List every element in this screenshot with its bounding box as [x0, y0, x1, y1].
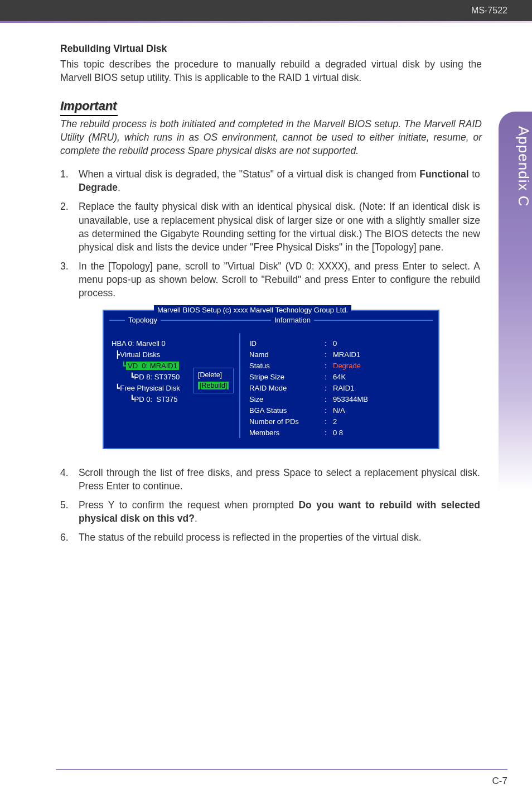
side-tab: Appendix C [499, 112, 532, 491]
step-num: 4. [60, 466, 76, 479]
info-key: Size [249, 394, 325, 405]
section-title: Rebuilding Virtual Disk [60, 42, 482, 55]
header-bar: MS-7522 [0, 0, 532, 21]
bios-title: Marvell BIOS Setup (c) xxxx Marvell Tech… [154, 305, 351, 315]
info-val: 0 8 [333, 428, 438, 438]
information-pane: ID:0 Namd:MRAID1 Status:Degrade Stripe S… [240, 333, 438, 437]
tree-hba: HBA 0: Marvell 0 [112, 339, 239, 349]
bios-screenshot: Marvell BIOS Setup (c) xxxx Marvell Tech… [103, 310, 439, 449]
info-key: ID [249, 339, 325, 349]
info-key: Stripe Size [249, 372, 325, 382]
info-key: Status [249, 361, 325, 371]
step-body: Scroll through the list of free disks, a… [79, 466, 480, 493]
important-text: The rebuild process is both initiated an… [60, 117, 482, 157]
step-5: 5. Press Y to confirm the request when p… [60, 498, 482, 525]
step-body: The status of the rebuild process is ref… [79, 531, 480, 544]
info-table: ID:0 Namd:MRAID1 Status:Degrade Stripe S… [249, 339, 438, 437]
menu-rebuild[interactable]: [Rebuild] [198, 381, 229, 391]
info-key: Namd [249, 350, 325, 360]
info-val: N/A [333, 406, 438, 416]
info-val: 953344MB [333, 394, 438, 405]
info-val: MRAID1 [333, 350, 438, 360]
step-body: Press Y to confirm the request when prom… [79, 498, 480, 525]
info-key: Members [249, 428, 325, 438]
step-body: Replace the faulty physical disk with an… [79, 200, 480, 254]
information-label: Information [271, 315, 314, 325]
topology-label: Topology [125, 315, 161, 325]
info-val: RAID1 [333, 383, 438, 393]
tree-vdisks: ┣Virtual Disks [112, 350, 239, 360]
step-body: In the [Topology] pane, scroll to "Virtu… [79, 259, 480, 300]
step-num: 6. [60, 531, 76, 544]
step-4: 4. Scroll through the list of free disks… [60, 466, 482, 493]
side-tab-label: Appendix C [515, 126, 532, 206]
step-body: When a virtual disk is degraded, the "St… [79, 167, 480, 194]
info-val: 0 [333, 339, 438, 349]
step-6: 6. The status of the rebuild process is … [60, 531, 482, 544]
header-model: MS-7522 [471, 6, 507, 15]
footer-rule [56, 769, 507, 770]
info-key: RAID Mode [249, 383, 325, 393]
topology-pane: HBA 0: Marvell 0 ┣Virtual Disks ┗VD 0: M… [104, 333, 240, 437]
step-num: 2. [60, 200, 76, 213]
tree-pd0: ┗PD 0: ST375 [112, 394, 239, 405]
info-val: 2 [333, 417, 438, 427]
context-menu: [Delete] [Rebuild] [193, 368, 234, 393]
tree-vd0-selected[interactable]: VD 0: MRAID1 [126, 362, 179, 370]
bios-box: Marvell BIOS Setup (c) xxxx Marvell Tech… [103, 310, 439, 449]
info-val: 64K [333, 372, 438, 382]
step-2: 2. Replace the faulty physical disk with… [60, 200, 482, 254]
step-num: 1. [60, 167, 76, 181]
steps-before-figure: 1. When a virtual disk is degraded, the … [60, 167, 482, 300]
step-1: 1. When a virtual disk is degraded, the … [60, 167, 482, 194]
info-val-degrade: Degrade [333, 361, 438, 371]
page-content: Rebuilding Virtual Disk This topic descr… [0, 23, 532, 545]
info-key: BGA Status [249, 406, 325, 416]
info-key: Number of PDs [249, 417, 325, 427]
step-num: 3. [60, 259, 76, 273]
intro-paragraph: This topic describes the procedure to ma… [60, 57, 482, 84]
steps-after-figure: 4. Scroll through the list of free disks… [60, 466, 482, 545]
page-number: C-7 [492, 776, 507, 787]
step-3: 3. In the [Topology] pane, scroll to "Vi… [60, 259, 482, 300]
important-heading: Important [60, 98, 118, 115]
step-num: 5. [60, 498, 76, 512]
menu-delete[interactable]: [Delete] [198, 370, 229, 380]
bios-inner-border: Topology Information [109, 320, 433, 321]
